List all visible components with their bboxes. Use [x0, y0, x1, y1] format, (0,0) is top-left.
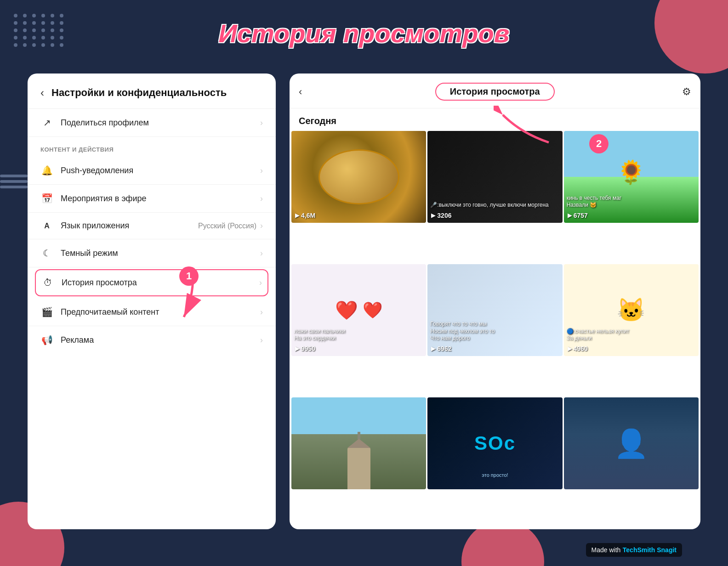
video-count-2: ▶ 3206	[431, 212, 451, 219]
back-button[interactable]: ‹	[40, 86, 44, 99]
video-icon: 🎬	[40, 306, 53, 317]
section-label: КОНТЕНТ И ДЕЙСТВИЯ	[28, 137, 276, 157]
video-cell-9[interactable]: 👤	[564, 397, 699, 489]
language-value: Русский (Россия)	[198, 222, 256, 230]
moon-icon: ☾	[40, 248, 53, 259]
push-notifications-item[interactable]: 🔔 Push-уведомления ›	[28, 157, 276, 185]
language-icon: A	[40, 222, 53, 230]
video-overlay-text-5: Говорят что то что мыНосим под чехлом эт…	[430, 321, 559, 342]
history-panel: ‹ История просмотра ⚙ Сегодня ▶ 4,6M 🎤	[290, 74, 700, 529]
history-title-container: История просмотра	[307, 83, 682, 101]
play-icon-6: ▶	[568, 345, 572, 352]
history-label: История просмотра	[62, 278, 259, 288]
events-label: Мероприятия в эфире	[61, 194, 260, 204]
video-cell-6[interactable]: 🐱 🔵:счастье нельзя купитЗа деньги ▶ 4960	[564, 264, 699, 356]
ads-item[interactable]: 📢 Реклама ›	[28, 326, 276, 354]
dark-mode-label: Темный режим	[61, 249, 260, 258]
video-overlay-text-6: 🔵:счастье нельзя купитЗа деньги	[567, 328, 696, 342]
video-overlay-text-4: ложи свои пальчикиНа это сердечки	[294, 328, 423, 342]
video-grid: ▶ 4,6M 🎤:выключи это говно, лучше включи…	[290, 131, 700, 529]
play-icon: ▶	[295, 212, 299, 219]
share-profile-item[interactable]: ↗ Поделиться профилем ›	[28, 109, 276, 137]
soc-text: SOc	[474, 432, 516, 454]
video-count-4: ▶ 9950	[295, 345, 315, 352]
watermark-prefix: Made with	[592, 546, 621, 554]
lines-decoration	[0, 175, 28, 191]
video-cell-5[interactable]: Говорят что то что мыНосим под чехлом эт…	[427, 264, 562, 356]
video-overlay-text-2: 🎤:выключи это говно, лучше включи морген…	[430, 202, 559, 209]
video-cell-1[interactable]: ▶ 4,6M	[291, 131, 426, 223]
history-item[interactable]: ⏱ История просмотра ›	[35, 269, 268, 296]
preferred-content-item[interactable]: 🎬 Предпочитаемый контент ›	[28, 298, 276, 326]
play-icon-3: ▶	[568, 212, 572, 219]
watermark-brand: TechSmith Snagit	[623, 546, 677, 554]
count-label-1: 4,6M	[301, 212, 315, 219]
video-cell-4[interactable]: ❤️ ❤️ ложи свои пальчикиНа это сердечки …	[291, 264, 426, 356]
dark-mode-item[interactable]: ☾ Темный режим ›	[28, 239, 276, 267]
page-title: История просмотров	[218, 18, 509, 48]
dot-grid	[14, 14, 65, 47]
share-profile-arrow: ›	[260, 118, 263, 128]
count-label-4: 9950	[301, 345, 315, 352]
ads-label: Реклама	[61, 335, 260, 345]
history-icon: ⏱	[41, 277, 54, 288]
gear-icon[interactable]: ⚙	[682, 86, 691, 98]
bell-icon: 🔔	[40, 165, 53, 176]
history-panel-title: История просмотра	[435, 83, 555, 101]
preferred-content-arrow: ›	[260, 307, 263, 317]
ads-icon: 📢	[40, 334, 53, 345]
video-overlay-text-3: кинь в честь тебя магНазвали 🐱	[567, 195, 696, 209]
history-header: ‹ История просмотра ⚙	[290, 74, 700, 108]
share-icon: ↗	[40, 117, 53, 128]
language-label: Язык приложения	[61, 221, 198, 231]
push-notifications-label: Push-уведомления	[61, 166, 260, 175]
video-cell-2[interactable]: 🎤:выключи это говно, лучше включи морген…	[427, 131, 562, 223]
video-cell-8[interactable]: SOc это просто!	[427, 397, 562, 489]
step-badge-1: 1	[179, 266, 199, 286]
video-count-6: ▶ 4960	[568, 345, 588, 352]
deco-circle-top-right	[654, 0, 728, 74]
play-icon-2: ▶	[431, 212, 435, 219]
history-arrow: ›	[259, 278, 262, 288]
events-arrow: ›	[260, 194, 263, 204]
today-label: Сегодня	[290, 108, 700, 131]
push-notifications-arrow: ›	[260, 166, 263, 175]
count-label-6: 4960	[574, 345, 588, 352]
play-icon-5: ▶	[431, 345, 435, 352]
play-icon-4: ▶	[295, 345, 299, 352]
dark-mode-arrow: ›	[260, 249, 263, 258]
video-count-3: ▶ 6757	[568, 212, 588, 219]
coin-inner	[318, 149, 399, 204]
watermark: Made with TechSmith Snagit	[586, 543, 682, 557]
step-badge-2: 2	[589, 134, 609, 153]
settings-panel: ‹ Настройки и конфиденциальность ↗ Подел…	[28, 74, 276, 529]
video-cell-7[interactable]	[291, 397, 426, 489]
video-count-5: ▶ 6962	[431, 345, 451, 352]
settings-panel-title: Настройки и конфиденциальность	[51, 87, 227, 99]
video-count-1: ▶ 4,6M	[295, 212, 315, 219]
calendar-icon: 📅	[40, 193, 53, 204]
settings-header: ‹ Настройки и конфиденциальность	[28, 74, 276, 109]
share-profile-label: Поделиться профилем	[61, 118, 260, 128]
preferred-content-label: Предпочитаемый контент	[61, 307, 260, 317]
coin-thumbnail	[291, 131, 426, 223]
count-label-3: 6757	[574, 212, 588, 219]
ads-arrow: ›	[260, 335, 263, 345]
count-label-2: 3206	[437, 212, 451, 219]
language-item[interactable]: A Язык приложения Русский (Россия) ›	[28, 213, 276, 239]
count-label-5: 6962	[437, 345, 451, 352]
events-item[interactable]: 📅 Мероприятия в эфире ›	[28, 185, 276, 213]
video-cell-3[interactable]: 🌻 кинь в честь тебя магНазвали 🐱 ▶ 6757	[564, 131, 699, 223]
soc-subtext: это просто!	[430, 472, 559, 478]
history-back-button[interactable]: ‹	[299, 86, 302, 98]
language-arrow: ›	[260, 221, 263, 231]
